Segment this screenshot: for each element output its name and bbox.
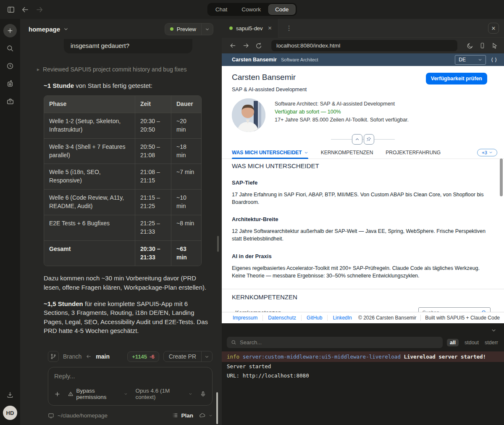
user-avatar[interactable]: HD [3,406,17,420]
checklist-icon [172,412,178,418]
bypass-permissions-dropdown[interactable]: Bypass permissions [68,388,128,400]
preview-button[interactable]: Preview [165,24,202,35]
robot-icon[interactable] [3,77,17,90]
git-branch-icon[interactable] [48,351,59,362]
tab-menu-icon[interactable]: ⋮ [278,24,300,32]
terminal-collapse-bar[interactable] [222,323,504,337]
tab-chat[interactable]: Chat [209,4,234,15]
attach-icon[interactable] [54,391,60,397]
anchor-tab-unterscheidet[interactable]: WAS MICH UNTERSCHEIDET [232,146,308,159]
workspace-status-bar: ~/claude/homepage Plan [48,406,213,425]
chevron-down-icon [189,392,192,396]
toolbox-icon[interactable] [3,95,17,108]
chevron-down-icon [304,150,308,155]
url-bar[interactable]: localhost:8080/index.html [271,40,457,51]
table-cell: 21:08 – 21:15 [135,164,171,189]
chat-composer-area: Branch main +1145-6 Create PR [20,350,222,425]
panel-close-button[interactable]: ✕ [488,23,499,34]
preview-caret-button[interactable] [202,24,213,35]
inspect-icon[interactable] [491,42,498,49]
tab-close-icon[interactable]: ✕ [268,25,272,31]
conversation-scroll-area[interactable]: insgesamt gedauert? ▸ Reviewed SAPUI5 pr… [20,39,222,350]
new-chat-button[interactable] [3,24,17,37]
collapse-header-button[interactable] [352,134,362,145]
table-cell: Welle 6 (Code Review, A11y, README, Audi… [44,190,135,215]
nav-back-icon[interactable] [21,5,29,14]
model-selector[interactable]: Opus 4.6 (1M context) [135,388,192,400]
sidebar-toggle-icon[interactable] [7,5,15,14]
tab-code[interactable]: Code [268,4,295,15]
branch-name[interactable]: main [96,353,110,360]
table-row: E2E Tests + 6 Bugfixes 21:25 – 21:33 ~8 … [44,215,201,240]
filter-stderr[interactable]: stderr [485,340,498,346]
workdir-path[interactable]: ~/claude/homepage [58,412,108,419]
panel-scrollbar-thumb[interactable] [216,392,218,424]
language-select[interactable]: DE [455,55,486,65]
search-icon[interactable] [3,42,17,55]
create-pr-button[interactable]: Create PR [164,351,202,362]
icon-rail: HD [0,19,20,425]
table-row-total: Gesamt 20:30 – 21:33 ~63 min [44,240,201,266]
chevron-down-icon [478,58,482,62]
table-cell: Welle 3-4 (Shell + 7 Features parallel) [44,139,135,164]
mobile-view-icon[interactable] [479,42,486,49]
session-title: homepage [29,26,60,33]
diff-stats-badge[interactable]: +1145-6 [127,351,159,362]
plan-toggle[interactable]: Plan [172,412,193,419]
reply-input[interactable] [54,372,206,380]
create-pr-label: Create PR [169,353,196,360]
dark-mode-icon[interactable] [467,42,473,49]
table-row: Welle 5 (i18n, SEO, Responsive) 21:08 – … [44,164,201,189]
anchor-tab-projekterfahrung[interactable]: PROJEKTERFAHRUNG [386,146,441,159]
browser-forward-icon[interactable] [242,42,249,49]
terminal-search-input[interactable] [240,339,438,346]
url-text: localhost:8080/index.html [276,42,340,49]
site-scrollbar-thumb[interactable] [500,158,503,196]
terminal-panel: all stdout stderr info server:custom-mid… [222,323,504,425]
terminal-output[interactable]: info server:custom-middleware:ui5-middle… [222,351,504,380]
filter-all[interactable]: all [447,339,459,346]
table-header-cell: Phase [44,96,135,113]
microphone-icon[interactable] [200,391,206,397]
anchor-tab-bar: WAS MICH UNTERSCHEIDET KERNKOMPETENZEN P… [222,146,504,159]
site-footer: Impressum Datenschutz GitHub LinkedIn © … [222,312,504,323]
cloud-sync-dropdown[interactable] [199,412,213,419]
footer-link-github[interactable]: GitHub [302,315,328,321]
shell-app-title[interactable]: Carsten Bansemir [232,57,277,63]
table-cell: 21:15 – 21:25 [135,190,171,215]
subsection-heading: Architektur-Breite [232,216,494,222]
terminal-search-field[interactable] [227,337,443,348]
table-cell: ~63 min [171,241,202,266]
pin-header-button[interactable] [364,134,374,145]
filter-stdout[interactable]: stdout [465,340,479,346]
history-icon[interactable] [3,59,17,73]
table-row: Welle 1-2 (Setup, Skeleton, Infrastruktu… [44,113,201,138]
preview-status-dot [170,27,173,31]
warning-icon [68,391,73,397]
site-page-header: Carsten Bansemir SAP & AI-assisted Devel… [222,66,504,95]
reply-composer[interactable]: Bypass permissions Opus 4.6 (1M context) [48,367,213,406]
subsection-body: Eigenes regelbasiertes Accelerator-Toolk… [232,264,488,280]
footer-link-datenschutz[interactable]: Datenschutz [263,315,302,321]
session-title-dropdown[interactable]: homepage [29,26,68,33]
download-icon[interactable] [3,388,17,401]
footer-copyright: © 2026 Carsten Bansemir [358,315,416,321]
browser-tab[interactable]: sapui5-dev ✕ [222,19,278,38]
collapsed-tool-result[interactable]: ▸ Reviewed SAPUI5 project commit history… [37,66,222,73]
browser-reload-icon[interactable] [255,42,262,49]
mode-tabs: Chat Cowork Code [207,3,297,16]
table-cell: ~8 min [171,215,202,240]
create-pr-caret-button[interactable] [202,351,212,362]
nav-forward-icon[interactable] [35,5,44,14]
table-header-cell: Dauer [171,96,202,113]
availability-button[interactable]: Verfügbarkeit prüfen [426,73,487,84]
more-tabs-button[interactable]: +3 [477,149,497,156]
browser-back-icon[interactable] [229,42,236,49]
footer-link-impressum[interactable]: Impressum [228,315,263,321]
source-code-icon[interactable]: ⟨ ⟩ [491,57,497,63]
footer-link-linkedin[interactable]: LinkedIn [328,315,357,321]
chat-scrollbar-thumb[interactable] [217,236,219,252]
anchor-tab-kernkompetenzen[interactable]: KERNKOMPETENZEN [321,146,373,159]
assistant-intro-line: ~1 Stunde von Start bis fertig getestet: [44,82,222,89]
tab-cowork[interactable]: Cowork [235,4,268,15]
